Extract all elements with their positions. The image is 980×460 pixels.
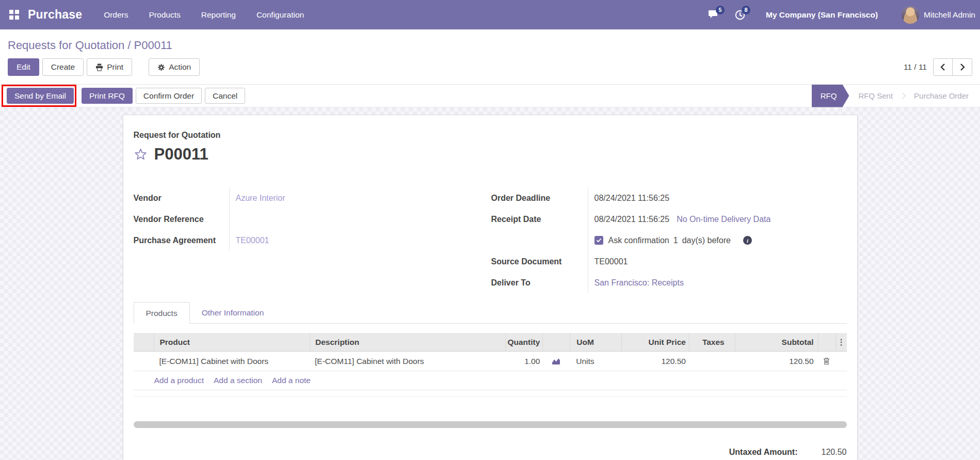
table-header: Product Description Quantity UoM Unit Pr… [134,333,847,352]
pager: 11 / 11 [904,58,972,76]
purchase-agreement-value[interactable]: TE00001 [236,236,269,245]
action-button[interactable]: Action [149,58,200,76]
trash-icon [823,357,830,365]
ask-confirmation-days: 1 [673,236,678,245]
form-sheet: Request for Quotation P00011 Vendor Azur… [123,115,858,460]
tab-other-information[interactable]: Other Information [190,302,276,323]
forecast-chart-icon[interactable] [552,357,560,365]
header-unit-price[interactable]: Unit Price [621,333,689,351]
doc-type-label: Request for Quotation [134,131,847,140]
field-purchase-agreement: Purchase Agreement TE00001 [134,230,488,251]
add-section-link[interactable]: Add a section [214,376,262,385]
pager-previous-button[interactable] [933,58,953,76]
header-quantity[interactable]: Quantity [505,333,542,351]
cell-description: [E-COM11] Cabinet with Doors [310,357,505,366]
ask-confirmation-label: Ask confirmation [608,236,669,245]
field-receipt-date: Receipt Date 08/24/2021 11:56:25 No On-t… [491,209,847,230]
status-pipeline: RFQ RFQ Sent Purchase Order [812,85,980,107]
apps-menu-button[interactable] [7,8,21,22]
navbar-right: 5 8 My Company (San Francisco) Mitchell … [709,6,975,24]
action-label: Action [169,62,191,72]
title-row: P00011 [134,144,847,165]
state-rfq[interactable]: RFQ [812,85,849,107]
header-description[interactable]: Description [310,333,505,351]
cell-subtotal: 120.50 [735,352,818,371]
menu-products[interactable]: Products [149,10,181,20]
pager-buttons [933,58,972,76]
vendor-value[interactable]: Azure Interior [236,194,285,203]
vendor-label: Vendor [134,194,229,203]
control-panel: Edit Create Print Action 11 / 11 [0,55,980,84]
header-product[interactable]: Product [154,333,310,351]
field-vendor: Vendor Azure Interior [134,187,488,209]
add-line-row: Add a product Add a section Add a note [134,371,847,390]
cell-unit-price: 120.50 [621,352,689,371]
messages-badge: 5 [716,6,725,14]
totals-row: Untaxed Amount: 120.50 [134,448,847,457]
order-deadline-value: 08/24/2021 11:56:25 [595,194,670,203]
notebook-tabs: Products Other Information [134,302,847,324]
print-button[interactable]: Print [87,58,132,76]
delete-line-button[interactable] [823,357,830,365]
state-purchase-order[interactable]: Purchase Order [905,85,980,107]
deliver-to-label: Deliver To [491,278,588,288]
chevron-right-icon [960,64,965,71]
receipt-date-value: 08/24/2021 11:56:25 [595,215,670,224]
on-time-delivery-link[interactable]: No On-time Delivery Data [677,215,770,224]
apps-grid-icon [9,10,19,20]
ask-confirmation-suffix: day(s) before [682,236,731,245]
send-by-email-highlight: Send by Email [2,85,76,107]
activities-button[interactable]: 8 [735,10,745,20]
edit-button[interactable]: Edit [8,58,39,76]
header-uom[interactable]: UoM [570,333,621,351]
pager-next-button[interactable] [953,58,972,76]
confirm-order-button[interactable]: Confirm Order [136,88,202,104]
breadcrumb-row: Requests for Quotation / P00011 [0,29,980,55]
form-view: Request for Quotation P00011 Vendor Azur… [0,107,980,460]
app-name[interactable]: Purchase [28,8,82,22]
cancel-button[interactable]: Cancel [205,88,245,104]
receipt-date-label: Receipt Date [491,215,588,224]
menu-orders[interactable]: Orders [104,10,128,20]
table-horizontal-scrollbar[interactable] [134,421,847,428]
field-order-deadline: Order Deadline 08/24/2021 11:56:25 [491,187,847,209]
order-lines-table: Product Description Quantity UoM Unit Pr… [134,333,847,396]
check-icon [596,238,602,243]
deliver-to-value[interactable]: San Francisco: Receipts [595,278,684,288]
field-source-document: Source Document TE00001 [491,251,847,272]
add-product-link[interactable]: Add a product [154,376,204,385]
statusbar: Send by Email Print RFQ Confirm Order Ca… [0,84,980,107]
send-by-email-button[interactable]: Send by Email [7,88,74,104]
header-taxes[interactable]: Taxes [689,333,735,351]
header-subtotal[interactable]: Subtotal [735,333,818,351]
statusbar-buttons: Send by Email Print RFQ Confirm Order Ca… [2,85,245,107]
menu-configuration[interactable]: Configuration [256,10,304,20]
purchase-agreement-label: Purchase Agreement [134,236,229,245]
menu-reporting[interactable]: Reporting [201,10,236,20]
add-note-link[interactable]: Add a note [272,376,311,385]
gear-icon [157,64,165,71]
print-rfq-button[interactable]: Print RFQ [82,88,133,104]
header-trash-spacer [818,333,836,351]
user-menu[interactable]: Mitchell Admin [902,6,975,24]
favorite-star-icon[interactable] [134,148,148,161]
optional-columns-icon[interactable]: ⋮ [836,333,847,351]
list-bottom-border [134,390,847,396]
ask-confirmation-checkbox[interactable] [595,236,603,245]
tab-products[interactable]: Products [134,302,190,324]
company-switcher[interactable]: My Company (San Francisco) [766,10,878,20]
breadcrumb[interactable]: Requests for Quotation / P00011 [8,39,172,52]
top-navbar: Purchase Orders Products Reporting Confi… [0,0,980,29]
state-rfq-sent[interactable]: RFQ Sent [849,85,902,107]
header-handle [134,333,154,351]
field-deliver-to: Deliver To San Francisco: Receipts [491,272,847,293]
untaxed-amount-value: 120.50 [798,448,847,457]
create-button[interactable]: Create [42,58,84,76]
header-forecast [542,333,570,351]
table-row[interactable]: [E-COM11] Cabinet with Doors [E-COM11] C… [134,352,847,371]
source-document-label: Source Document [491,257,588,266]
messages-button[interactable]: 5 [709,10,719,20]
cell-product: [E-COM11] Cabinet with Doors [154,357,310,366]
activities-badge: 8 [742,6,750,14]
cell-uom: Units [570,357,621,366]
